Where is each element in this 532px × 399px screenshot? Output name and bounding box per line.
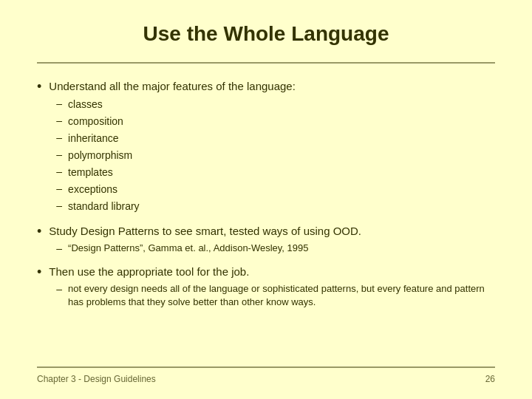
list-item: – composition xyxy=(49,114,296,129)
slide-title: Use the Whole Language xyxy=(37,15,495,55)
subitem-composition: composition xyxy=(68,114,123,129)
bullet-2-content: Study Design Patterns to see smart, test… xyxy=(49,223,361,255)
slide-content: • Understand all the major features of t… xyxy=(37,78,495,359)
list-item: – “Design Patterns”, Gamma et. al., Addi… xyxy=(49,242,361,255)
bullet-3-content: Then use the appropriate tool for the jo… xyxy=(49,264,495,309)
bullet-3-sublist: – not every design needs all of the lang… xyxy=(49,282,495,309)
subitem-polymorphism: polymorphism xyxy=(68,148,132,163)
list-item: – not every design needs all of the lang… xyxy=(49,282,495,309)
dash-icon: – xyxy=(56,149,62,160)
bullet-1-sublist: – classes – composition – inheritance – … xyxy=(49,97,296,214)
dash-icon: – xyxy=(56,283,62,295)
list-item: – classes xyxy=(49,97,296,112)
subitem-tool-note: not every design needs all of the langua… xyxy=(68,282,495,309)
bullet-1-content: Understand all the major features of the… xyxy=(49,78,296,214)
list-item: – inheritance xyxy=(49,131,296,146)
bullet-1: • Understand all the major features of t… xyxy=(37,78,495,214)
dash-icon: – xyxy=(56,242,62,254)
subitem-templates: templates xyxy=(68,165,113,180)
bullet-dot-2: • xyxy=(37,224,41,239)
footer-page-number: 26 xyxy=(485,374,495,384)
footer-chapter: Chapter 3 - Design Guidelines xyxy=(37,374,156,384)
dash-icon: – xyxy=(56,166,62,177)
bullet-1-text: Understand all the major features of the… xyxy=(49,80,296,92)
list-item: – templates xyxy=(49,165,296,180)
list-item: – exceptions xyxy=(49,182,296,197)
subitem-classes: classes xyxy=(68,97,103,112)
bullet-dot-3: • xyxy=(37,265,41,280)
dash-icon: – xyxy=(56,98,62,109)
dash-icon: – xyxy=(56,115,62,126)
bullet-dot-1: • xyxy=(37,79,41,95)
slide-footer: Chapter 3 - Design Guidelines 26 xyxy=(37,366,495,384)
bullet-2: • Study Design Patterns to see smart, te… xyxy=(37,223,495,255)
bullet-2-text: Study Design Patterns to see smart, test… xyxy=(49,225,361,237)
bullet-3-text: Then use the appropriate tool for the jo… xyxy=(49,265,249,278)
subitem-exceptions: exceptions xyxy=(68,182,117,197)
subitem-inheritance: inheritance xyxy=(68,131,119,146)
dash-icon: – xyxy=(56,200,62,211)
subitem-design-patterns-ref: “Design Patterns”, Gamma et. al., Addiso… xyxy=(68,242,308,255)
bullet-2-sublist: – “Design Patterns”, Gamma et. al., Addi… xyxy=(49,242,361,255)
title-bar: Use the Whole Language xyxy=(37,15,495,64)
list-item: – polymorphism xyxy=(49,148,296,163)
dash-icon: – xyxy=(56,132,62,143)
subitem-standard-library: standard library xyxy=(68,199,140,214)
list-item: – standard library xyxy=(49,199,296,214)
bullet-3: • Then use the appropriate tool for the … xyxy=(37,264,495,309)
dash-icon: – xyxy=(56,183,62,194)
slide: Use the Whole Language • Understand all … xyxy=(0,0,532,399)
